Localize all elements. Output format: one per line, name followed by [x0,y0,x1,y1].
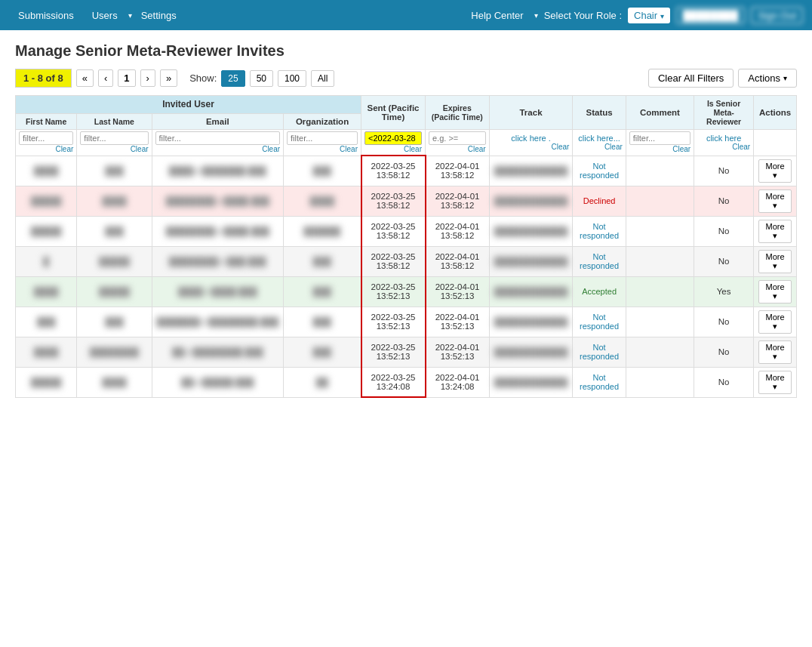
show-all-button[interactable]: All [311,70,334,87]
more-button[interactable]: More ▾ [758,220,792,243]
more-button[interactable]: More ▾ [758,371,792,394]
cell-actions[interactable]: More ▾ [754,307,797,337]
show-50-button[interactable]: 50 [250,70,273,87]
filter-comment-clear[interactable]: Clear [629,145,691,153]
table-row: ███ ███ ███████@████████.███ ███ 2022-03… [16,307,797,337]
cell-comment [626,307,694,337]
filter-senior-clear[interactable]: Clear [697,143,750,151]
cell-actions[interactable]: More ▾ [754,337,797,367]
filter-expires-input[interactable] [429,131,486,145]
filter-status[interactable]: click here... Clear [573,130,626,156]
filter-email[interactable]: Clear [152,130,284,156]
nav-help[interactable]: Help Center [462,10,532,21]
filter-track[interactable]: click here . Clear [489,130,573,156]
filter-last-name[interactable]: Clear [77,130,152,156]
signout-button[interactable]: Sign Out [751,7,803,24]
page-title: Manage Senior Meta-Reviewer Invites [15,42,797,60]
is-senior-column-header: Is Senior Meta-Reviewer [694,96,754,130]
cell-is-senior: No [694,216,754,246]
prev-page-button[interactable]: ‹ [98,69,113,87]
cell-first-name: █ [16,246,77,276]
cell-email: ████████@███.███ [152,246,284,276]
pagination-info: 1 - 8 of 8 [15,69,72,88]
show-100-button[interactable]: 100 [278,70,306,87]
cell-actions[interactable]: More ▾ [754,216,797,246]
filter-last-name-clear[interactable]: Clear [80,145,148,153]
filter-sent-clear[interactable]: Clear [364,145,422,153]
cell-status: Not responded [573,307,626,337]
cell-actions[interactable]: More ▾ [754,156,797,186]
filter-track-link[interactable]: click here . [511,134,551,143]
filter-track-clear[interactable]: Clear [493,143,570,151]
filter-org-clear[interactable]: Clear [287,145,358,153]
nav-help-dropdown[interactable]: Help Center ▾ [462,10,537,21]
show-25-button[interactable]: 25 [221,70,245,87]
nav-users[interactable]: Users [83,10,127,21]
filter-senior[interactable]: click here Clear [694,130,754,156]
clear-all-filters-button[interactable]: Clear All Filters [648,69,734,88]
cell-org: ███ [284,156,361,186]
cell-last-name: ███ [77,307,152,337]
nav-settings[interactable]: Settings [132,10,186,21]
page-1-button[interactable]: 1 [118,69,135,87]
cell-sent: 2022-03-25 13:52:13 [361,307,426,337]
filter-last-name-input[interactable] [80,131,148,145]
cell-sent: 2022-03-25 13:24:08 [361,367,426,397]
cell-is-senior: No [694,186,754,216]
cell-track: ████████████ [489,156,573,186]
filter-status-clear[interactable]: Clear [576,143,622,151]
filter-email-input[interactable] [155,131,281,145]
expires-column-header: Expires (Pacific Time) [426,96,490,130]
track-column-header: Track [489,96,573,130]
nav-submissions[interactable]: Submissions [9,10,83,21]
cell-is-senior: No [694,367,754,397]
more-button[interactable]: More ▾ [758,159,792,183]
cell-sent: 2022-03-25 13:52:13 [361,276,426,307]
actions-column-header: Actions [754,96,797,130]
cell-actions[interactable]: More ▾ [754,276,797,307]
filter-first-name-clear[interactable]: Clear [19,145,73,153]
next-page-button[interactable]: › [140,69,155,87]
first-page-button[interactable]: « [76,69,94,87]
filter-comment[interactable]: Clear [626,130,694,156]
cell-is-senior: No [694,246,754,276]
nav-users-dropdown[interactable]: Users ▾ [83,10,132,21]
cell-expires: 2022-04-01 13:52:13 [426,337,490,367]
last-page-button[interactable]: » [160,69,177,87]
more-button[interactable]: More ▾ [758,280,792,303]
more-button[interactable]: More ▾ [758,340,792,364]
table-row: █████ ████ ██@█████.███ ██ 2022-03-25 13… [16,367,797,397]
more-button[interactable]: More ▾ [758,189,792,213]
filter-org[interactable]: Clear [284,130,361,156]
actions-button[interactable]: Actions ▾ [738,69,797,88]
cell-org: ██████ [284,216,361,246]
more-button[interactable]: More ▾ [758,310,792,334]
cell-actions[interactable]: More ▾ [754,186,797,216]
cell-track: ████████████ [489,276,573,307]
cell-actions[interactable]: More ▾ [754,367,797,397]
filter-first-name[interactable]: Clear [16,130,77,156]
filter-sent-input[interactable] [364,131,422,145]
table-row: ████ █████ ████@████.███ ███ 2022-03-25 … [16,276,797,307]
cell-sent: 2022-03-25 13:58:12 [361,216,426,246]
filter-senior-link[interactable]: click here [706,134,741,143]
filter-status-link[interactable]: click here... [578,134,620,143]
cell-org: ███ [284,337,361,367]
filter-expires-clear[interactable]: Clear [429,145,486,153]
filter-comment-input[interactable] [629,131,691,145]
cell-is-senior: No [694,156,754,186]
more-button[interactable]: More ▾ [758,250,792,273]
show-label: Show: [189,72,217,84]
user-account-button[interactable]: ████████ [676,7,746,24]
filter-first-name-input[interactable] [19,131,73,145]
filter-sent[interactable]: Clear [361,130,426,156]
filter-expires[interactable]: Clear [426,130,490,156]
table-row: █████ ███ ████████@████.███ ██████ 2022-… [16,216,797,246]
filter-email-clear[interactable]: Clear [155,145,281,153]
filter-org-input[interactable] [287,131,358,145]
cell-last-name: ████ [77,186,152,216]
cell-actions[interactable]: More ▾ [754,246,797,276]
cell-comment [626,156,694,186]
cell-comment [626,276,694,307]
role-selector-button[interactable]: Chair ▾ [628,8,670,23]
